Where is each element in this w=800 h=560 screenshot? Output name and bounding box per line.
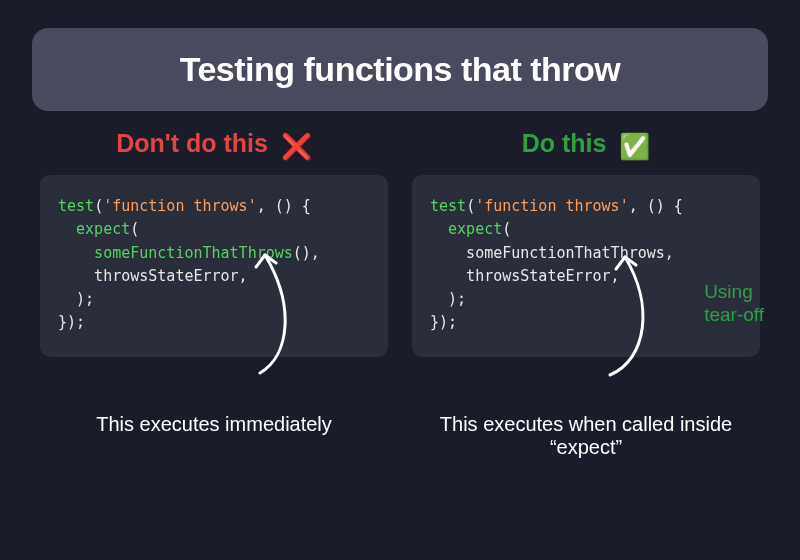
do-code: test('function throws', () { expect( som…	[430, 195, 742, 335]
code-tok: someFunctionThatThrows	[58, 244, 293, 262]
dont-caption: This executes immediately	[40, 413, 388, 436]
dont-column: Don't do this ❌ test('function throws', …	[40, 129, 388, 459]
code-tok: (	[502, 220, 511, 238]
columns: Don't do this ❌ test('function throws', …	[0, 111, 800, 459]
code-tok: test	[58, 197, 94, 215]
code-tok: 'function throws'	[103, 197, 257, 215]
code-tok: (),	[293, 244, 320, 262]
dont-code-box: test('function throws', () { expect( som…	[40, 175, 388, 357]
code-tok: , () {	[257, 197, 311, 215]
tearoff-annotation: Using tear-off	[704, 281, 764, 327]
code-tok: );	[58, 290, 94, 308]
dont-title: Don't do this ❌	[40, 129, 388, 161]
code-tok: (	[130, 220, 139, 238]
do-column: Do this ✅ test('function throws', () { e…	[412, 129, 760, 459]
check-mark-icon: ✅	[619, 132, 650, 161]
page-title: Testing functions that throw	[32, 50, 768, 89]
code-tok: });	[430, 313, 457, 331]
code-tok: test	[430, 197, 466, 215]
dont-code: test('function throws', () { expect( som…	[58, 195, 370, 335]
title-banner: Testing functions that throw	[32, 28, 768, 111]
do-title-text: Do this	[522, 129, 607, 157]
do-code-box: test('function throws', () { expect( som…	[412, 175, 760, 357]
dont-title-text: Don't do this	[116, 129, 268, 157]
code-tok: (	[94, 197, 103, 215]
do-caption: This executes when called inside “expect…	[412, 413, 760, 459]
code-tok: expect	[58, 220, 130, 238]
code-tok: expect	[430, 220, 502, 238]
code-tok: (	[466, 197, 475, 215]
code-tok: throwsStateError,	[430, 267, 620, 285]
code-tok: someFunctionThatThrows,	[430, 244, 674, 262]
code-tok: );	[430, 290, 466, 308]
code-tok: , () {	[629, 197, 683, 215]
do-title: Do this ✅	[412, 129, 760, 161]
code-tok: });	[58, 313, 85, 331]
code-tok: throwsStateError,	[58, 267, 248, 285]
cross-mark-icon: ❌	[281, 132, 312, 161]
code-tok: 'function throws'	[475, 197, 629, 215]
